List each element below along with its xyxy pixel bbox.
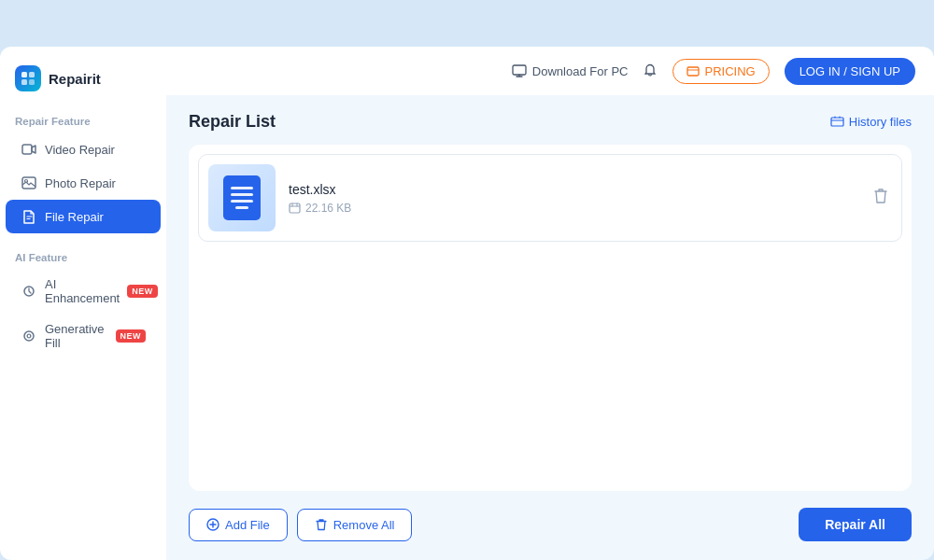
left-buttons: Add File Remove All xyxy=(189,509,412,541)
delete-file-button[interactable] xyxy=(870,184,892,212)
file-doc-icon xyxy=(223,175,261,220)
repair-all-button[interactable]: Repair All xyxy=(799,508,912,541)
photo-repair-icon xyxy=(21,175,37,191)
sidebar-item-file-repair[interactable]: File Repair xyxy=(6,200,161,233)
file-meta: 22.16 KB xyxy=(289,202,856,215)
repair-all-label: Repair All xyxy=(825,517,885,532)
login-button[interactable]: LOG IN / SIGN UP xyxy=(785,58,915,85)
content-body: Repair List History files xyxy=(166,95,934,560)
app-logo-icon xyxy=(15,65,41,91)
pricing-button[interactable]: PRICING xyxy=(672,59,769,84)
sidebar-item-generative-fill[interactable]: Generative Fill NEW xyxy=(6,314,161,358)
file-size-icon xyxy=(289,203,301,214)
sidebar-item-photo-repair[interactable]: Photo Repair xyxy=(6,166,161,200)
generative-fill-icon xyxy=(21,328,37,344)
remove-all-button[interactable]: Remove All xyxy=(297,509,413,541)
table-row: test.xlsx 22.16 KB xyxy=(198,154,902,242)
file-thumbnail xyxy=(208,164,276,231)
doc-line-3 xyxy=(231,200,253,203)
download-for-pc[interactable]: Download For PC xyxy=(512,64,629,78)
svg-rect-11 xyxy=(290,203,300,213)
generative-fill-badge: NEW xyxy=(116,329,147,343)
monitor-icon xyxy=(512,64,527,77)
pricing-icon xyxy=(686,64,700,77)
file-info: test.xlsx 22.16 KB xyxy=(289,182,856,215)
bottom-actions: Add File Remove All Repair All xyxy=(189,504,912,541)
generative-fill-label: Generative Fill xyxy=(45,322,108,350)
svg-rect-9 xyxy=(513,65,526,75)
ai-section-title: AI Feature xyxy=(0,243,166,269)
main-header: Repair List History files xyxy=(189,112,912,132)
bell-icon xyxy=(643,63,658,78)
svg-rect-10 xyxy=(687,67,699,76)
file-size: 22.16 KB xyxy=(305,202,351,215)
sidebar-item-video-repair[interactable]: Video Repair xyxy=(6,133,161,166)
file-list-card: test.xlsx 22.16 KB xyxy=(189,145,912,491)
add-file-button[interactable]: Add File xyxy=(189,509,288,541)
download-label: Download For PC xyxy=(532,64,629,78)
top-nav: Download For PC PRICING LOG IN / SIGN UP xyxy=(166,47,934,95)
video-repair-label: Video Repair xyxy=(45,143,115,157)
logo-area: Repairit xyxy=(0,58,166,106)
content-wrapper: Download For PC PRICING LOG IN / SIGN UP xyxy=(166,47,934,560)
ai-enhancement-badge: NEW xyxy=(127,285,158,298)
doc-line-2 xyxy=(231,193,253,196)
history-files-link[interactable]: History files xyxy=(830,115,912,129)
add-file-label: Add File xyxy=(225,518,270,532)
page-title: Repair List xyxy=(189,112,276,132)
svg-rect-3 xyxy=(29,79,35,85)
repair-section-title: Repair Feature xyxy=(0,106,166,133)
svg-rect-0 xyxy=(21,72,27,77)
ai-enhancement-label: AI Enhancement xyxy=(45,277,120,305)
add-icon xyxy=(206,518,219,531)
app-name: Repairit xyxy=(49,71,101,87)
notification-icon-btn[interactable] xyxy=(643,63,658,78)
photo-repair-label: Photo Repair xyxy=(45,176,116,190)
login-label: LOG IN / SIGN UP xyxy=(800,64,900,78)
file-name: test.xlsx xyxy=(289,182,856,197)
sidebar: Repairit Repair Feature Video Repair Pho… xyxy=(0,47,166,560)
svg-rect-2 xyxy=(21,79,27,85)
svg-point-8 xyxy=(24,331,34,341)
ai-enhancement-icon xyxy=(21,283,37,300)
history-files-label: History files xyxy=(849,115,912,129)
pricing-label: PRICING xyxy=(704,64,755,78)
sidebar-item-ai-enhancement[interactable]: AI Enhancement NEW xyxy=(6,269,161,314)
trash-icon xyxy=(873,188,888,204)
remove-icon xyxy=(315,518,328,531)
file-repair-label: File Repair xyxy=(45,210,104,224)
video-repair-icon xyxy=(21,141,37,158)
doc-line-1 xyxy=(231,187,253,189)
svg-rect-1 xyxy=(29,72,35,77)
file-repair-icon xyxy=(21,208,37,225)
history-icon xyxy=(830,116,844,128)
svg-rect-4 xyxy=(22,145,32,154)
doc-line-4 xyxy=(235,206,248,209)
remove-all-label: Remove All xyxy=(333,518,395,532)
